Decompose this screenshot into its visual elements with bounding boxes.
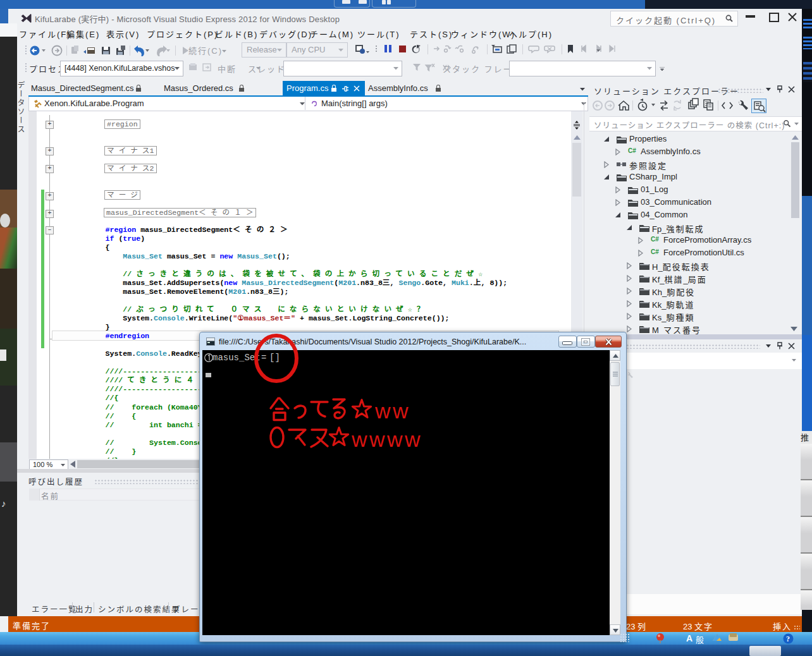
svg-text:w: w <box>374 399 391 423</box>
svg-text:w: w <box>404 427 421 451</box>
svg-text:?: ? <box>786 635 790 643</box>
svg-text:w: w <box>392 399 409 423</box>
svg-text:w: w <box>351 427 367 451</box>
svg-text:w: w <box>369 427 385 451</box>
svg-text:w: w <box>386 427 403 451</box>
